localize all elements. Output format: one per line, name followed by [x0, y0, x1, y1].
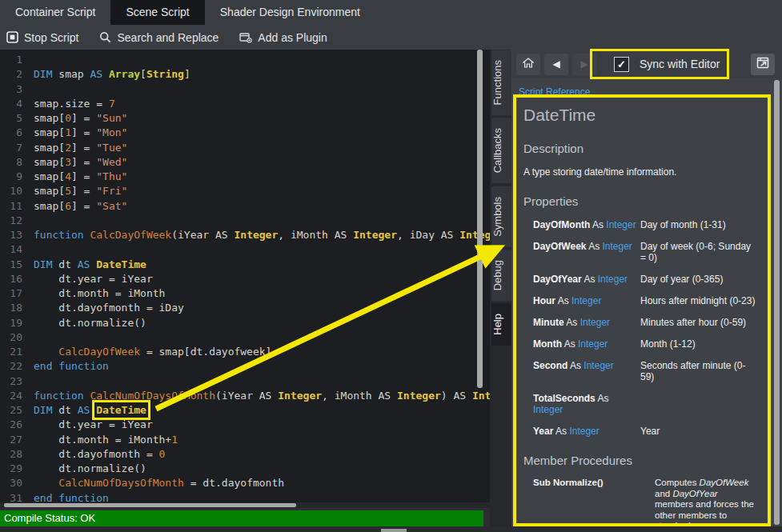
tab-shader-design-environment[interactable]: Shader Design Environment: [205, 0, 375, 25]
type-link[interactable]: Integer: [533, 404, 563, 415]
property-description: Day of month (1-31): [640, 219, 758, 230]
code-editor[interactable]: 12DIM smap AS Array[String]34smap.size =…: [0, 50, 490, 502]
property-name: Month As Integer: [533, 338, 640, 350]
search-and-replace-label: Search and Replace: [117, 31, 219, 44]
line-number: 25: [0, 403, 22, 418]
type-link[interactable]: Integer: [598, 274, 628, 285]
code-text: dt.month = iMonth+1: [34, 434, 178, 446]
panel-vertical-scrollbar[interactable]: [774, 80, 780, 525]
add-as-plugin-label: Add as Plugin: [258, 31, 327, 44]
stop-square-icon: [6, 31, 18, 43]
line-number: 14: [0, 242, 22, 257]
editor-horizontal-scrollbar[interactable]: [4, 503, 296, 507]
doc-title: DateTime: [523, 106, 758, 125]
side-tab-callbacks[interactable]: Callbacks: [491, 118, 511, 183]
line-number: 13: [0, 228, 22, 242]
line-number: 28: [0, 447, 22, 462]
line-number: 8: [0, 155, 22, 170]
properties-heading: Properties: [523, 194, 758, 208]
sync-with-editor-checkbox[interactable]: ✓: [614, 57, 629, 72]
line-number: 24: [0, 389, 22, 403]
tab-container-script[interactable]: Container Script: [0, 0, 110, 25]
code-line: 9smap[4] = "Thu": [0, 170, 490, 184]
code-line: 18 dt.dayofmonth = iDay: [0, 301, 490, 315]
sync-with-editor-label: Sync with Editor: [640, 58, 720, 70]
code-area: 12DIM smap AS Array[String]34smap.size =…: [0, 50, 490, 502]
code-line: 6smap[1] = "Mon": [0, 126, 490, 140]
code-line: 22end function: [0, 359, 490, 374]
back-button[interactable]: ◀: [544, 54, 568, 75]
compile-status-text: Compile Status: OK: [4, 512, 95, 524]
side-tab-functions[interactable]: Functions: [491, 50, 511, 115]
popout-button[interactable]: [751, 54, 775, 75]
popout-window-icon: [756, 57, 769, 72]
checkmark-icon: ✓: [617, 58, 626, 70]
search-and-replace-button[interactable]: Search and Replace: [99, 31, 219, 44]
stop-script-label: Stop Script: [24, 31, 78, 44]
line-number: 16: [0, 272, 22, 286]
description-text: A type storing date/time information.: [523, 166, 758, 178]
code-line: 25DIM dt AS DateTime: [0, 403, 490, 418]
line-number: 10: [0, 184, 22, 198]
code-line: 17 dt.month = iMonth: [0, 286, 490, 301]
stop-script-button[interactable]: Stop Script: [6, 31, 78, 44]
line-number: 21: [0, 345, 22, 359]
add-as-plugin-button[interactable]: Add as Plugin: [239, 31, 327, 44]
side-tab-help[interactable]: Help: [491, 303, 511, 346]
compile-status-bar: Compile Status: OK: [0, 510, 483, 526]
editor-vertical-scrollbar[interactable]: [477, 50, 483, 388]
properties-table: DayOfMonth As IntegerDay of month (1-31)…: [533, 219, 758, 437]
line-number: 23: [0, 374, 22, 389]
code-line: 15DIM dt AS DateTime: [0, 258, 490, 272]
code-line: 12: [0, 214, 490, 228]
code-line: 2DIM smap AS Array[String]: [0, 67, 490, 82]
property-description: Day of year (0-365): [640, 274, 758, 285]
tab-scene-script[interactable]: Scene Script: [110, 0, 204, 25]
line-number: 2: [0, 67, 22, 82]
procedures-heading: Member Procedures: [523, 454, 758, 467]
side-tab-debug[interactable]: Debug: [491, 250, 511, 301]
line-number: 27: [0, 433, 22, 447]
bottom-scrollbar[interactable]: [381, 529, 407, 532]
panel-side-tabs: FunctionsCallbacksSymbolsDebugHelp: [490, 50, 511, 526]
property-name: Hour As Integer: [533, 295, 640, 306]
type-link[interactable]: Integer: [603, 241, 632, 252]
procedures-table: Sub Normalize()Computes DayOfWeek and Da…: [533, 478, 758, 526]
property-name: DayOfWeek As Integer: [533, 241, 640, 263]
code-line: 1: [0, 53, 490, 67]
code-text: smap[4] = "Thu": [34, 170, 127, 182]
type-link[interactable]: Integer: [578, 338, 608, 350]
property-name: Year As Integer: [533, 426, 640, 437]
property-name: TotalSeconds As Integer: [533, 393, 640, 415]
code-line: 7smap[2] = "Tue": [0, 141, 490, 155]
doc-content: DateTime Description A type storing date…: [516, 98, 768, 526]
forward-button[interactable]: ▶: [572, 54, 596, 75]
line-number: 9: [0, 170, 22, 184]
home-button[interactable]: [516, 54, 540, 75]
code-line: 14: [0, 242, 490, 257]
code-line: 5smap[0] = "Sun": [0, 111, 490, 126]
type-link[interactable]: Integer: [606, 219, 636, 230]
property-description: Month (1-12): [640, 338, 758, 350]
line-number: 15: [0, 258, 22, 272]
property-description: [640, 393, 758, 415]
code-text: DIM smap AS Array[String]: [34, 68, 190, 80]
property-description: Year: [640, 426, 758, 437]
code-text: smap[5] = "Fri": [34, 185, 127, 197]
code-line: 21 CalcDayOfWeek = smap[dt.dayofweek]: [0, 345, 490, 359]
procedure-signature: Sub Normalize(): [533, 478, 655, 526]
description-heading: Description: [523, 142, 758, 155]
code-line: 28 dt.dayofmonth = 0: [0, 447, 490, 462]
type-link[interactable]: Integer: [571, 295, 601, 306]
code-text: smap[0] = "Sun": [34, 112, 127, 124]
code-text: smap[6] = "Sat": [34, 200, 127, 212]
code-text: CalcDayOfWeek = smap[dt.dayofweek]: [34, 346, 271, 358]
type-link[interactable]: Integer: [569, 426, 599, 437]
code-text: dt.dayofmonth = iDay: [34, 302, 184, 314]
side-tab-symbols[interactable]: Symbols: [491, 186, 511, 247]
type-link[interactable]: Integer: [583, 360, 613, 371]
annotation-box-datetime: DateTime: [96, 404, 146, 416]
code-text: function CalcNumOfDaysOfMonth(iYear AS I…: [34, 390, 490, 402]
annotation-box-doc: DateTime Description A type storing date…: [513, 94, 771, 526]
type-link[interactable]: Integer: [580, 317, 610, 328]
